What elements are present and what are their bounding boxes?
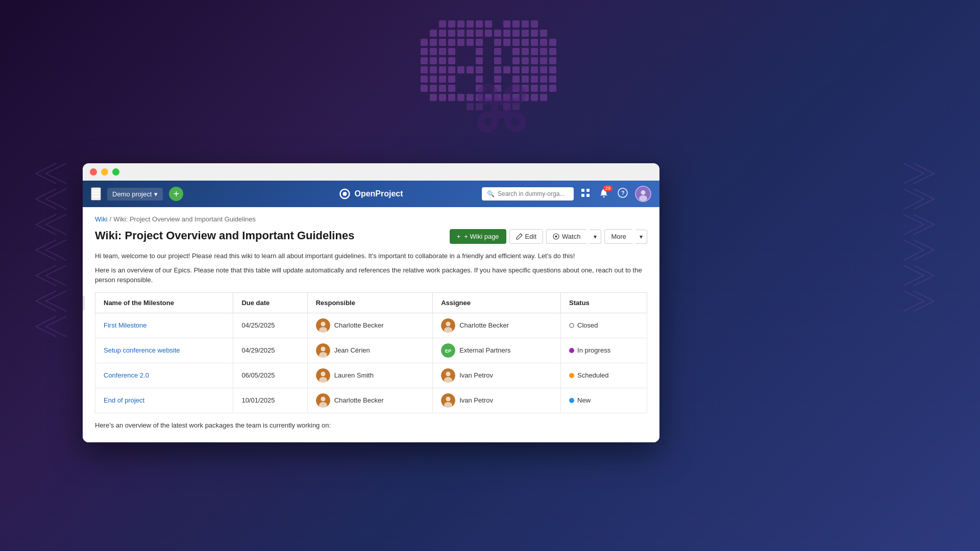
svg-rect-94 bbox=[549, 85, 556, 92]
notifications-button[interactable]: 29 bbox=[597, 186, 610, 202]
assignee-name: Ivan Petrov bbox=[459, 371, 493, 379]
svg-point-128 bbox=[321, 321, 325, 326]
svg-rect-106 bbox=[531, 94, 538, 101]
cell-due-date: 06/05/2025 bbox=[233, 363, 307, 388]
cell-name: Conference 2.0 bbox=[95, 363, 233, 388]
wiki-page-button[interactable]: + + Wiki page bbox=[450, 229, 506, 244]
browser-window: ☰ Demo project ▾ + OpenProject 🔍 bbox=[83, 163, 659, 442]
table-header-row: Name of the Milestone Due date Responsib… bbox=[95, 292, 647, 313]
svg-rect-33 bbox=[522, 39, 529, 46]
svg-rect-35 bbox=[540, 39, 547, 46]
page-title: Wiki: Project Overview and Important Gui… bbox=[95, 229, 354, 242]
cell-name: Setup conference website bbox=[95, 338, 233, 363]
svg-rect-84 bbox=[421, 85, 428, 92]
svg-rect-72 bbox=[549, 66, 556, 73]
svg-rect-39 bbox=[439, 48, 446, 55]
window-close-dot[interactable] bbox=[90, 168, 97, 176]
svg-point-123 bbox=[641, 190, 646, 195]
svg-rect-69 bbox=[522, 66, 529, 73]
responsible-name: Charlotte Becker bbox=[334, 396, 384, 404]
svg-rect-75 bbox=[439, 76, 446, 83]
svg-rect-12 bbox=[448, 30, 455, 37]
cell-responsible: Charlotte Becker bbox=[307, 388, 433, 413]
svg-rect-81 bbox=[531, 76, 538, 83]
responsible-avatar bbox=[316, 318, 330, 333]
more-button[interactable]: More bbox=[604, 229, 632, 244]
svg-rect-11 bbox=[439, 30, 446, 37]
more-dropdown-button[interactable]: ▾ bbox=[635, 230, 647, 244]
col-header-assignee: Assignee bbox=[433, 292, 561, 313]
svg-rect-83 bbox=[549, 76, 556, 83]
svg-rect-96 bbox=[439, 94, 446, 101]
cell-responsible: Lauren Smith bbox=[307, 363, 433, 388]
topbar-right: 🔍 29 ? bbox=[482, 186, 651, 203]
grid-view-button[interactable] bbox=[579, 186, 592, 202]
add-new-button[interactable]: + bbox=[169, 187, 183, 201]
svg-point-124 bbox=[639, 195, 647, 202]
svg-rect-8 bbox=[522, 20, 529, 28]
page-actions: + + Wiki page Edit Watch ▾ bbox=[450, 229, 647, 244]
svg-rect-64 bbox=[467, 66, 474, 73]
col-header-status: Status bbox=[561, 292, 647, 313]
svg-rect-25 bbox=[439, 39, 446, 46]
svg-rect-71 bbox=[540, 66, 547, 73]
project-selector-button[interactable]: Demo project ▾ bbox=[107, 188, 163, 201]
description-2: Here is an overview of our Epics. Please… bbox=[95, 265, 647, 285]
svg-rect-51 bbox=[448, 57, 455, 64]
cell-responsible: Charlotte Becker bbox=[307, 313, 433, 338]
search-input[interactable] bbox=[498, 190, 569, 197]
openproject-logo: OpenProject bbox=[339, 188, 403, 199]
svg-text:?: ? bbox=[621, 190, 625, 196]
responsible-avatar bbox=[316, 393, 330, 408]
status-label: In progress bbox=[577, 346, 610, 354]
svg-point-145 bbox=[321, 396, 325, 401]
cell-assignee: Ivan Petrov bbox=[433, 363, 561, 388]
help-button[interactable]: ? bbox=[616, 186, 630, 203]
window-maximize-dot[interactable] bbox=[112, 168, 119, 176]
svg-rect-60 bbox=[430, 66, 437, 73]
svg-rect-55 bbox=[522, 57, 529, 64]
project-dropdown-icon: ▾ bbox=[154, 190, 158, 198]
svg-rect-53 bbox=[494, 57, 501, 64]
status-label: New bbox=[577, 396, 591, 404]
col-header-due: Due date bbox=[233, 292, 307, 313]
svg-point-134 bbox=[321, 346, 325, 351]
cell-responsible: Jean Cérien bbox=[307, 338, 433, 363]
svg-rect-38 bbox=[430, 48, 437, 55]
svg-rect-65 bbox=[476, 66, 483, 73]
svg-rect-0 bbox=[439, 20, 446, 28]
cell-name: First Milestone bbox=[95, 313, 233, 338]
svg-rect-70 bbox=[531, 66, 538, 73]
cell-due-date: 10/01/2025 bbox=[233, 388, 307, 413]
svg-rect-59 bbox=[421, 66, 428, 73]
svg-rect-41 bbox=[476, 48, 483, 55]
watch-dropdown-button[interactable]: ▾ bbox=[590, 230, 601, 244]
sidebar-collapse-button[interactable]: › bbox=[83, 295, 85, 311]
search-box[interactable]: 🔍 bbox=[482, 187, 574, 201]
svg-rect-116 bbox=[586, 189, 590, 192]
logo-icon bbox=[339, 188, 350, 199]
svg-rect-43 bbox=[512, 48, 520, 55]
topbar: ☰ Demo project ▾ + OpenProject 🔍 bbox=[83, 181, 659, 207]
user-avatar[interactable] bbox=[635, 186, 651, 202]
svg-point-114 bbox=[342, 192, 347, 196]
breadcrumb-wiki-link[interactable]: Wiki bbox=[95, 215, 108, 223]
help-icon: ? bbox=[618, 188, 628, 198]
svg-rect-57 bbox=[540, 57, 547, 64]
svg-rect-117 bbox=[581, 194, 584, 197]
svg-rect-18 bbox=[503, 30, 510, 37]
svg-rect-118 bbox=[586, 194, 590, 197]
hamburger-menu-button[interactable]: ☰ bbox=[91, 187, 101, 201]
responsible-name: Charlotte Becker bbox=[334, 321, 384, 329]
svg-rect-7 bbox=[512, 20, 520, 28]
svg-rect-76 bbox=[448, 76, 455, 83]
svg-rect-58 bbox=[549, 57, 556, 64]
edit-button[interactable]: Edit bbox=[509, 229, 543, 244]
cell-assignee: Ivan Petrov bbox=[433, 388, 561, 413]
svg-rect-49 bbox=[430, 57, 437, 64]
watch-button[interactable]: Watch bbox=[546, 229, 586, 244]
window-minimize-dot[interactable] bbox=[101, 168, 108, 176]
bg-pixel-decoration: ⌘ bbox=[388, 20, 592, 153]
col-header-name: Name of the Milestone bbox=[95, 292, 233, 313]
breadcrumb: Wiki / Wiki: Project Overview and Import… bbox=[95, 215, 647, 223]
